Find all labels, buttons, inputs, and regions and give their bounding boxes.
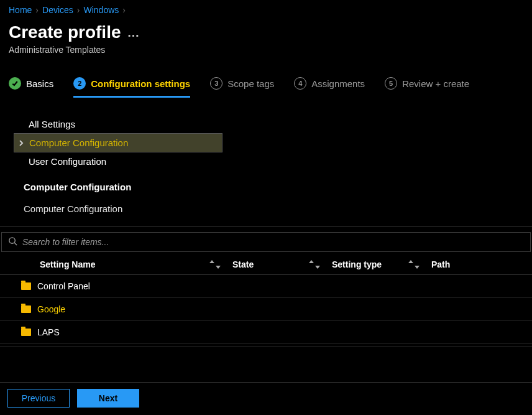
cell-name: Google <box>21 304 214 314</box>
step-number-badge: 2 <box>73 77 86 90</box>
step-assignments[interactable]: 4 Assignments <box>294 77 365 98</box>
section-path: Computer Configuration <box>14 197 532 223</box>
column-label: Path <box>431 259 450 269</box>
section-heading: Computer Configuration <box>14 170 532 197</box>
page-title: Create profile … <box>9 22 141 42</box>
step-label: Basics <box>26 78 53 89</box>
step-scope-tags[interactable]: 3 Scope tags <box>210 77 274 98</box>
chevron-right-icon: › <box>35 5 39 15</box>
wizard-footer: Previous Next <box>0 382 532 415</box>
tree-item-computer-configuration[interactable]: Computer Configuration <box>14 133 222 152</box>
page-subtitle: Administrative Templates <box>9 45 523 55</box>
folder-icon <box>21 305 31 313</box>
row-name: LAPS <box>37 327 60 337</box>
sort-icon <box>408 260 420 269</box>
column-path[interactable]: Path <box>431 259 527 269</box>
svg-marker-6 <box>408 260 413 263</box>
svg-marker-5 <box>315 266 320 269</box>
column-label: State <box>232 259 254 269</box>
tree-item-all-settings[interactable]: All Settings <box>14 115 222 133</box>
tree-item-label: All Settings <box>29 119 75 129</box>
step-number-badge: 5 <box>385 77 397 90</box>
sort-icon <box>308 260 321 269</box>
svg-point-0 <box>9 238 15 243</box>
column-label: Setting Name <box>40 259 95 269</box>
table-row[interactable]: Google <box>0 298 532 321</box>
step-number-badge: 3 <box>210 77 222 90</box>
step-review-create[interactable]: 5 Review + create <box>385 77 469 98</box>
svg-marker-7 <box>415 266 420 269</box>
column-setting-name[interactable]: Setting Name <box>40 259 232 269</box>
row-name: Google <box>37 304 65 314</box>
step-basics[interactable]: Basics <box>9 77 53 98</box>
page-title-text: Create profile <box>9 22 121 42</box>
step-configuration-settings[interactable]: 2 Configuration settings <box>73 77 190 98</box>
next-button[interactable]: Next <box>77 389 139 408</box>
check-icon <box>9 77 21 90</box>
breadcrumb: Home › Devices › Windows › <box>0 0 532 20</box>
tree-item-label: Computer Configuration <box>29 138 128 148</box>
search-input[interactable] <box>22 237 524 247</box>
chevron-right-icon: › <box>77 5 80 15</box>
row-name: Control Panel <box>37 281 90 291</box>
search-icon <box>8 236 17 248</box>
table-row[interactable]: LAPS <box>0 321 532 344</box>
chevron-right-icon <box>18 138 24 148</box>
previous-button[interactable]: Previous <box>7 389 70 408</box>
wizard-steps: Basics 2 Configuration settings 3 Scope … <box>0 66 532 104</box>
step-label: Scope tags <box>227 78 274 89</box>
table-row[interactable]: Control Panel <box>0 275 532 298</box>
step-number-badge: 4 <box>294 77 306 90</box>
breadcrumb-home[interactable]: Home <box>9 5 32 15</box>
cell-name: Control Panel <box>21 281 214 291</box>
folder-icon <box>21 329 31 336</box>
breadcrumb-devices[interactable]: Devices <box>42 5 73 15</box>
settings-tree: All Settings Computer Configuration User… <box>14 115 222 170</box>
chevron-right-icon: › <box>122 5 126 15</box>
step-label: Configuration settings <box>91 78 190 89</box>
folder-icon <box>21 282 31 290</box>
sort-icon <box>209 260 221 269</box>
step-label: Assignments <box>311 78 365 89</box>
search-box[interactable] <box>1 232 531 252</box>
svg-marker-3 <box>216 266 221 269</box>
config-body: All Settings Computer Configuration User… <box>0 104 532 223</box>
svg-line-1 <box>14 243 17 245</box>
column-label: Setting type <box>332 259 382 269</box>
tree-item-label: User Configuration <box>29 156 106 167</box>
column-state[interactable]: State <box>232 259 332 269</box>
grid-header: Setting Name State Setting type Path <box>0 254 532 275</box>
column-setting-type[interactable]: Setting type <box>332 259 431 269</box>
svg-marker-2 <box>209 260 214 263</box>
step-label: Review + create <box>402 78 469 89</box>
tree-item-user-configuration[interactable]: User Configuration <box>14 152 222 170</box>
search-area: Setting Name State Setting type Path <box>0 226 532 347</box>
page-header: Create profile … Administrative Template… <box>0 20 532 66</box>
more-icon[interactable]: … <box>127 26 141 40</box>
breadcrumb-windows[interactable]: Windows <box>84 5 119 15</box>
divider <box>0 347 532 347</box>
cell-name: LAPS <box>21 327 214 337</box>
svg-marker-4 <box>309 260 314 263</box>
